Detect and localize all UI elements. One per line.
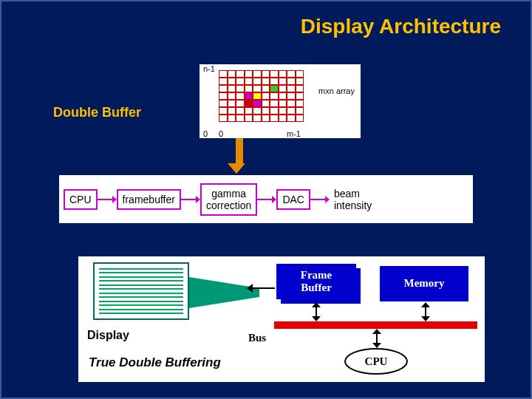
grid-array-label: mxn array bbox=[318, 86, 355, 95]
cpu-oval: CPU bbox=[344, 348, 408, 375]
svg-marker-13 bbox=[312, 316, 321, 321]
slide-title: Display Architecture bbox=[301, 15, 501, 38]
svg-marker-17 bbox=[372, 329, 381, 334]
svg-marker-16 bbox=[421, 316, 430, 321]
pipeline-panel: CPU framebuffer gamma correction DAC bea… bbox=[59, 175, 473, 223]
grid-y-max: n-1 bbox=[203, 64, 215, 73]
arrow-left-icon bbox=[247, 283, 275, 296]
pipeline-gamma-box: gamma correction bbox=[200, 183, 257, 216]
arrow-right-icon bbox=[257, 194, 276, 205]
subtitle-double-buffer: Double Buffer bbox=[53, 105, 141, 120]
svg-marker-19 bbox=[372, 343, 381, 348]
grid-origin-x: 0 bbox=[219, 129, 223, 138]
pipeline-output-label: beam intensity bbox=[330, 188, 372, 211]
true-double-buffering-label: True Double Buffering bbox=[89, 355, 221, 370]
display-label: Display bbox=[87, 329, 129, 342]
pipeline-cpu-box: CPU bbox=[64, 189, 98, 210]
down-arrow-icon bbox=[233, 138, 245, 174]
bus-bar bbox=[274, 321, 477, 329]
pipeline-framebuffer-box: framebuffer bbox=[117, 189, 181, 210]
arrow-right-icon bbox=[98, 194, 117, 205]
frame-buffer-box: Frame Buffer bbox=[276, 264, 356, 299]
monitor-icon bbox=[93, 262, 189, 320]
pipeline-dac-box: DAC bbox=[276, 189, 310, 210]
arrow-right-icon bbox=[310, 194, 330, 205]
memory-box: Memory bbox=[380, 266, 468, 301]
pixel-grid-panel: n-1 0 0 m-1 mxn array bbox=[200, 64, 361, 138]
svg-marker-9 bbox=[247, 284, 253, 293]
grid-x-max: m-1 bbox=[287, 129, 301, 138]
svg-marker-14 bbox=[421, 302, 430, 307]
pixel-grid bbox=[219, 70, 304, 122]
bus-label: Bus bbox=[248, 332, 266, 344]
svg-marker-11 bbox=[312, 302, 321, 307]
system-panel: Display Frame Buffer Memory Bus CPU True… bbox=[78, 256, 485, 382]
grid-origin-y: 0 bbox=[203, 129, 208, 138]
arrow-right-icon bbox=[181, 194, 200, 205]
